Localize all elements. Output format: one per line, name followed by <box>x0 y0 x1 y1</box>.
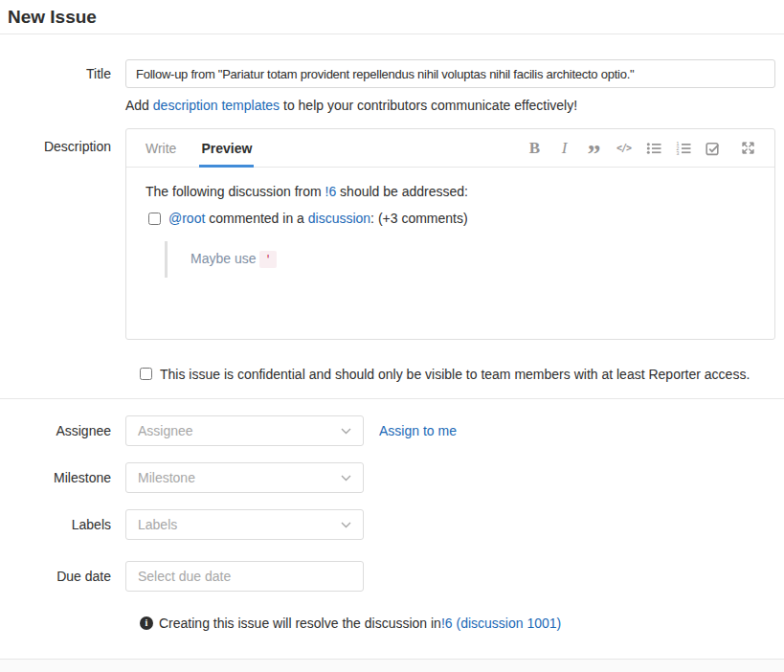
preview-intro: The following discussion from !6 should … <box>146 183 755 201</box>
editor-tab-bar: Write Preview B I ” </> <box>126 129 774 168</box>
task-list-item: @root commented in a discussion: (+3 com… <box>148 210 755 228</box>
merge-request-link[interactable]: !6 <box>325 184 337 199</box>
labels-row: Labels Labels <box>0 509 784 540</box>
markdown-editor: Write Preview B I ” </> <box>125 128 775 340</box>
section-divider <box>0 398 784 399</box>
title-input[interactable] <box>125 59 775 88</box>
labels-label: Labels <box>0 517 125 532</box>
chevron-down-icon <box>341 428 351 435</box>
quoted-comment: Maybe use ' <box>165 241 755 278</box>
discussion-link[interactable]: discussion <box>308 211 370 226</box>
title-help-prefix: Add <box>125 98 153 113</box>
bullet-list-icon[interactable] <box>644 129 662 168</box>
assign-to-me-link[interactable]: Assign to me <box>379 423 457 438</box>
assignee-label: Assignee <box>0 423 125 438</box>
numbered-list-icon[interactable]: 1 2 3 <box>674 129 692 168</box>
confidential-text: This issue is confidential and should on… <box>160 365 750 384</box>
svg-text:3: 3 <box>676 150 679 156</box>
task-text: @root commented in a discussion: (+3 com… <box>168 210 468 228</box>
description-row: Description Write Preview B I ” </> <box>0 128 784 340</box>
new-issue-page: New Issue Title Add description template… <box>0 0 784 672</box>
user-link[interactable]: @root <box>168 211 205 226</box>
markdown-preview: The following discussion from !6 should … <box>126 168 774 278</box>
quote-icon[interactable]: ” <box>585 129 603 168</box>
page-title: New Issue <box>0 0 784 29</box>
title-help-text: Add description templates to help your c… <box>125 97 775 114</box>
due-date-input[interactable] <box>125 561 364 592</box>
tab-write[interactable]: Write <box>146 129 176 167</box>
due-date-row: Due date <box>0 561 784 592</box>
description-templates-link[interactable]: description templates <box>153 98 280 113</box>
confidential-checkbox[interactable] <box>140 368 152 380</box>
labels-dropdown[interactable]: Labels <box>125 509 364 540</box>
code-icon[interactable]: </> <box>615 129 633 168</box>
footer-strip <box>0 659 784 672</box>
task-list-icon[interactable] <box>704 129 722 168</box>
description-label: Description <box>0 128 125 340</box>
inline-code: ' <box>259 251 276 268</box>
spacer <box>0 631 784 659</box>
resolve-discussion-link[interactable]: !6 (discussion 1001) <box>441 616 561 631</box>
due-date-label: Due date <box>0 569 125 584</box>
assignee-row: Assignee Assignee Assign to me <box>0 415 784 446</box>
italic-icon[interactable]: I <box>555 129 573 168</box>
task-checkbox[interactable] <box>148 213 161 225</box>
milestone-label: Milestone <box>0 470 125 485</box>
chevron-down-icon <box>341 475 351 482</box>
markdown-toolbar: B I ” </> 1 2 <box>514 129 757 167</box>
tab-preview[interactable]: Preview <box>201 129 252 167</box>
title-help-suffix: to help your contributors communicate ef… <box>280 98 577 113</box>
title-row: Title Add description templates to help … <box>0 59 784 114</box>
resolve-note: i Creating this issue will resolve the d… <box>140 616 775 631</box>
bold-icon[interactable]: B <box>526 129 544 168</box>
fullscreen-icon[interactable] <box>739 129 757 168</box>
confidential-row: This issue is confidential and should on… <box>140 365 775 384</box>
info-icon: i <box>140 616 153 630</box>
chevron-down-icon <box>341 522 351 528</box>
milestone-row: Milestone Milestone <box>0 462 784 493</box>
milestone-dropdown[interactable]: Milestone <box>125 462 364 493</box>
assignee-dropdown[interactable]: Assignee <box>125 415 364 446</box>
header-divider <box>0 34 784 34</box>
title-label: Title <box>0 59 125 114</box>
